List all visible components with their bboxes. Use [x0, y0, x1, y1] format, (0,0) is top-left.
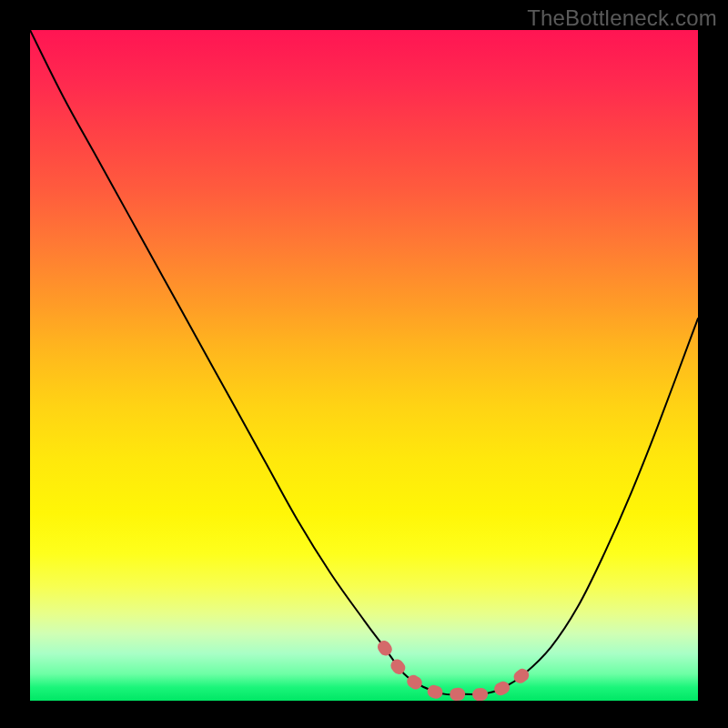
- plot-area: [30, 30, 698, 701]
- optimal-region-line: [384, 647, 524, 694]
- chart-frame: TheBottleneck.com: [0, 0, 728, 728]
- watermark-text: TheBottleneck.com: [527, 5, 717, 31]
- bottleneck-curve-line: [30, 30, 698, 694]
- chart-svg: [30, 30, 698, 701]
